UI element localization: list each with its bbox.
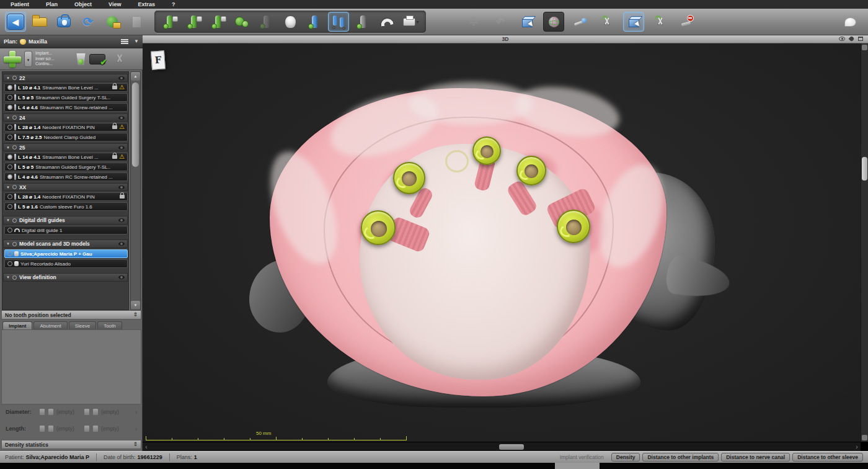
menu-view[interactable]: View (108, 1, 121, 7)
collapse-icon[interactable]: ▼ (6, 242, 10, 246)
sync-icon[interactable]: ⟳ (78, 12, 99, 32)
tooth-group-header[interactable]: ▼24 (3, 114, 128, 122)
select-radio[interactable] (7, 228, 12, 233)
stepper-chip[interactable] (84, 425, 90, 432)
filter-next-icon[interactable]: › (135, 426, 137, 432)
collapse-icon[interactable]: ▼ (6, 185, 10, 189)
implant-row[interactable]: L 28 ø 1.4Neodent FIXATION PIN⚠ (4, 123, 128, 132)
density-statistics-bar[interactable]: Density statistics ⇕ (1, 440, 141, 449)
menu-extras[interactable]: Extras (138, 1, 155, 7)
vertical-scrollbar[interactable] (861, 43, 868, 442)
add-implant-icon[interactable] (159, 12, 180, 32)
move-implant-icon[interactable] (183, 12, 204, 32)
vscroll-thumb[interactable] (862, 157, 867, 181)
select-radio[interactable] (7, 95, 12, 100)
select-radio[interactable] (7, 154, 12, 159)
stepper-chip[interactable] (48, 408, 54, 416)
stepper-chip[interactable] (92, 408, 99, 416)
verify-plan-button[interactable]: ✔ (89, 54, 105, 65)
visibility-icon[interactable] (118, 218, 125, 222)
implant-row[interactable]: L 5 ø 5Straumann Guided Surgery T-SL.. (4, 163, 128, 171)
visibility-icon[interactable] (118, 146, 125, 150)
patient-archive-icon[interactable] (53, 12, 74, 32)
length-max-value[interactable]: (empty) (101, 426, 126, 432)
select-radio[interactable] (7, 174, 12, 179)
panel-menu-icon[interactable] (121, 39, 128, 44)
visibility-icon[interactable] (118, 242, 125, 246)
tooth-icon[interactable] (280, 12, 301, 32)
section-header[interactable]: ▼Model scans and 3D models (3, 239, 128, 248)
stepper-chip[interactable] (48, 425, 54, 432)
menu-plan[interactable]: Plan (46, 1, 58, 7)
expand-icon[interactable]: ⇕ (133, 312, 138, 318)
add-dropdown-button[interactable]: ▾ (24, 51, 32, 67)
cut-icon[interactable] (596, 12, 618, 32)
sleeve-gray-icon[interactable] (352, 12, 373, 32)
scroll-down-button[interactable]: ▼ (131, 301, 140, 310)
open-patient-icon[interactable] (29, 12, 50, 32)
vscroll-up-button[interactable] (862, 45, 867, 50)
sleeve-pair-icon[interactable] (328, 12, 349, 32)
select-radio[interactable] (7, 135, 12, 140)
visibility-icon[interactable] (118, 76, 125, 80)
implant-row[interactable]: L 28 ø 1.4Neodent FIXATION PIN (4, 192, 128, 201)
select-radio[interactable] (7, 194, 12, 199)
block-tool-icon[interactable] (676, 12, 698, 32)
select-radio[interactable] (7, 85, 12, 90)
diameter-max-value[interactable]: (empty) (101, 409, 126, 415)
collapse-icon[interactable]: ▼ (6, 116, 10, 120)
tooth-group-header[interactable]: ▼25 (3, 143, 128, 151)
model-scan-row[interactable]: Silva;Aparecido Maria P + Gau (4, 249, 128, 258)
horizontal-scrollbar[interactable]: ‹ › (143, 442, 861, 451)
distance-to-other-sleeve-button[interactable]: Distance to other sleeve (792, 453, 863, 462)
menu-patient[interactable]: Patient (11, 1, 29, 7)
tab-abutment[interactable]: Abutment (33, 321, 67, 329)
tab-sleeve[interactable]: Sleeve (69, 321, 96, 329)
distance-to-other-implants-button[interactable]: Distance to other implants (642, 453, 719, 462)
scroll-thumb[interactable] (131, 82, 140, 168)
view-options-icon[interactable] (839, 37, 845, 41)
scroll-left-icon[interactable]: ‹ (143, 443, 150, 451)
implant-row[interactable]: L 4 ø 4.6Straumann RC Screw-retained ... (4, 172, 128, 181)
help-icon[interactable] (839, 12, 861, 32)
back-button[interactable]: ◀ (5, 12, 26, 32)
filter-next-icon[interactable]: › (135, 409, 137, 416)
select-radio[interactable] (7, 251, 12, 256)
collapse-icon[interactable]: ▼ (6, 275, 10, 279)
measure-icon[interactable] (570, 12, 591, 32)
distance-to-nerve-canal-button[interactable]: Distance to nerve canal (721, 453, 790, 462)
select-radio[interactable] (7, 204, 12, 209)
implant-row[interactable]: L 14 ø 4.1Straumann Bone Level ...⚠ (4, 153, 128, 161)
implant-row[interactable]: L 7.5 ø 2.5Neodent Clamp Guided (4, 133, 128, 141)
model-scan-row[interactable]: Yuri Recortado Alisado (4, 259, 128, 268)
tooth-group-header[interactable]: ▼22 (3, 74, 128, 82)
stepper-chip[interactable] (92, 425, 99, 432)
collapse-icon[interactable]: ▼ (6, 146, 10, 150)
implant-group-icon[interactable] (231, 12, 252, 32)
implant-box-icon[interactable] (207, 12, 228, 32)
list-scrollbar[interactable]: ▲ ▼ (130, 71, 141, 310)
delete-button[interactable] (76, 53, 86, 65)
print-icon[interactable]: ▾ (401, 12, 422, 32)
section-header[interactable]: ▼View definition (3, 273, 128, 282)
select-radio[interactable] (7, 105, 12, 110)
undock-view-icon[interactable] (849, 36, 855, 42)
diameter-min-value[interactable]: (empty) (56, 409, 81, 415)
scroll-right-icon[interactable]: › (853, 443, 861, 451)
select-radio[interactable] (7, 164, 12, 169)
drill-guide-row[interactable]: Digital drill guide 1 (4, 226, 128, 234)
stepper-chip[interactable] (39, 408, 45, 416)
visibility-icon[interactable] (118, 275, 125, 279)
stepper-chip[interactable] (39, 425, 45, 432)
sleeve-icon[interactable] (304, 12, 325, 32)
implant-row[interactable]: L 5 ø 5Straumann Guided Surgery T-SL.. (4, 93, 128, 102)
expand-icon[interactable]: ⇕ (133, 442, 138, 447)
tab-implant[interactable]: Implant (2, 321, 32, 329)
section-header[interactable]: ▼Digital drill guides (3, 216, 128, 225)
implant-row[interactable]: L 5 ø 1.6Custom sleeve Furo 1.6 (4, 202, 128, 211)
visibility-icon[interactable] (118, 185, 125, 189)
panel-collapse-icon[interactable]: ▼ (134, 39, 139, 44)
select-radio[interactable] (7, 125, 12, 130)
menu-help[interactable]: ? (172, 1, 175, 7)
vscroll-down-button[interactable] (862, 435, 867, 440)
